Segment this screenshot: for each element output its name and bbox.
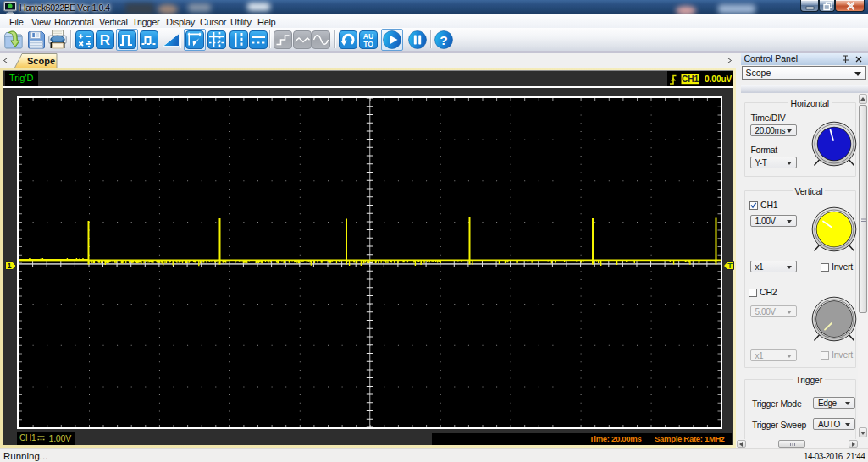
svg-text:R: R (100, 32, 110, 48)
svg-text:0.00uV: 0.00uV (705, 74, 732, 84)
svg-text:?: ? (440, 33, 447, 47)
svg-text:1: 1 (7, 261, 11, 270)
svg-text:T: T (727, 261, 733, 270)
svg-text:TO: TO (363, 40, 373, 48)
svg-text:CH1: CH1 (682, 74, 699, 84)
